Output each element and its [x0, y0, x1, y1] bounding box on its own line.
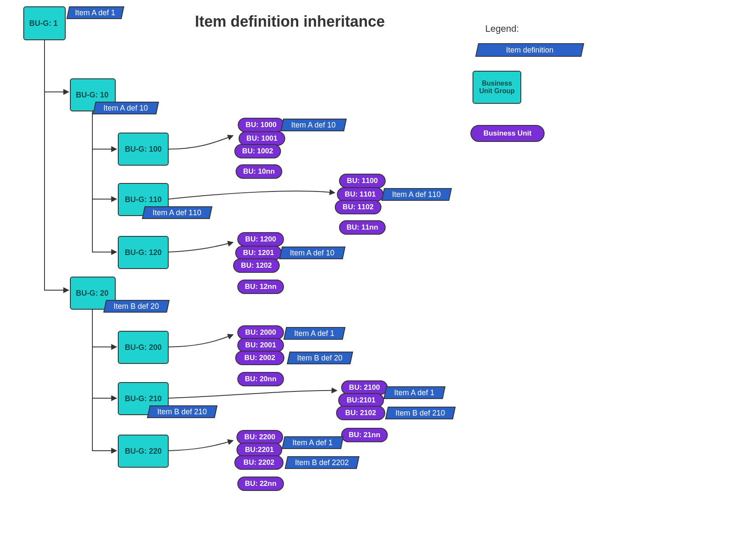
- bu-21nn: BU: 21nn: [341, 428, 388, 442]
- itemdef-a-def-10-at-1201: Item A def 10: [279, 247, 345, 259]
- itemdef-b-def-210-at-2102: Item B def 210: [385, 407, 456, 419]
- bu-2201: BU:2201: [236, 443, 282, 457]
- bu-2101: BU:2101: [338, 393, 384, 408]
- bug-1: BU-G: 1: [23, 6, 66, 40]
- itemdef-a-def-1-at-2101: Item A def 1: [384, 386, 445, 399]
- itemdef-a-def-110-at-1101: Item A def 110: [381, 188, 452, 201]
- bu-2002: BU: 2002: [235, 351, 284, 365]
- bug-220: BU-G: 220: [118, 435, 169, 468]
- diagram-title: Item definition inheritance: [195, 13, 385, 30]
- itemdef-b-def-2202-at-2202: Item B def 2202: [285, 456, 359, 469]
- bu-1100: BU: 1100: [339, 174, 386, 188]
- bu-1000: BU: 1000: [238, 118, 284, 132]
- diagram-canvas: Item definition inheritance BU-G: 1 Item…: [0, 0, 748, 560]
- bu-20nn: BU: 20nn: [237, 372, 284, 386]
- legend-item-definition: Item definition: [475, 43, 584, 57]
- bu-11nn: BU: 11nn: [339, 220, 386, 235]
- itemdef-b-def-20-at-20: Item B def 20: [103, 300, 170, 313]
- legend-title: Legend:: [485, 23, 519, 34]
- bu-10nn: BU: 10nn: [236, 164, 282, 179]
- bu-2200: BU: 2200: [236, 430, 283, 444]
- itemdef-a-def-10-at-10: Item A def 10: [93, 102, 159, 114]
- legend-business-unit-group: Business Unit Group: [473, 71, 521, 104]
- bug-120: BU-G: 120: [118, 236, 169, 269]
- bu-2001: BU: 2001: [237, 338, 284, 352]
- itemdef-a-def-10-at-1000: Item A def 10: [281, 119, 347, 131]
- bu-2000: BU: 2000: [237, 325, 284, 340]
- itemdef-a-def-1-at-2001: Item A def 1: [284, 327, 345, 340]
- bu-1201: BU: 1201: [235, 246, 282, 260]
- bu-2100: BU: 2100: [341, 380, 388, 395]
- bu-12nn: BU: 12nn: [237, 280, 284, 294]
- itemdef-a-def-1-root: Item A def 1: [67, 6, 124, 19]
- bu-1002: BU: 1002: [234, 144, 281, 158]
- bu-2202: BU: 2202: [234, 455, 284, 470]
- itemdef-b-def-20-at-2002: Item B def 20: [287, 352, 353, 364]
- itemdef-b-def-210-at-210: Item B def 210: [147, 405, 217, 418]
- bu-1001: BU: 1001: [239, 131, 285, 146]
- bu-1101: BU: 1101: [337, 187, 384, 202]
- bug-200: BU-G: 200: [118, 331, 169, 364]
- bu-22nn: BU: 22nn: [237, 477, 284, 491]
- bu-1102: BU: 1102: [335, 200, 381, 214]
- itemdef-a-def-1-at-2201: Item A def 1: [282, 436, 344, 449]
- itemdef-a-def-110-at-110: Item A def 110: [142, 206, 212, 219]
- bu-2102: BU: 2102: [336, 406, 385, 420]
- bu-1200: BU: 1200: [237, 232, 284, 247]
- legend-business-unit: Business Unit: [470, 125, 545, 142]
- bu-1202: BU: 1202: [233, 258, 280, 273]
- bug-100: BU-G: 100: [118, 133, 169, 166]
